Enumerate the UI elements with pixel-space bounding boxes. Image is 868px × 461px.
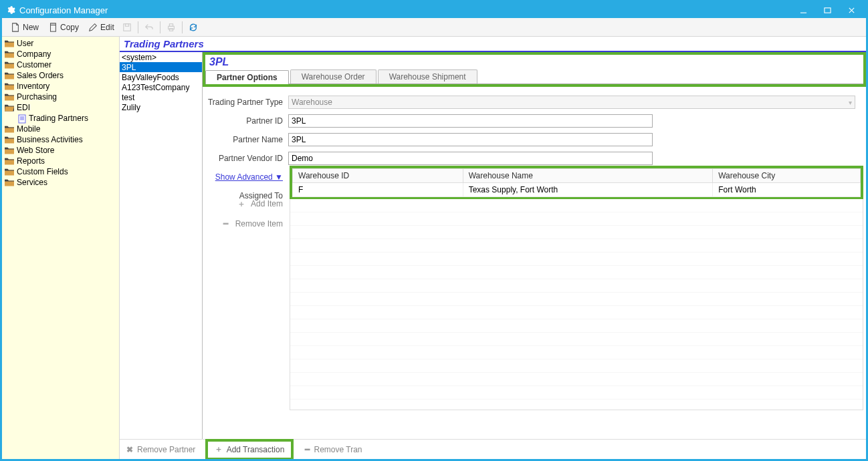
nav-business-activities[interactable]: Business Activities (2, 134, 119, 145)
undo-icon (144, 23, 154, 32)
folder-icon (5, 82, 14, 90)
nav-trading-partners[interactable]: Trading Partners (2, 113, 119, 124)
toolbar-separator (182, 21, 183, 33)
folder-icon (5, 71, 14, 80)
nav-sales-orders[interactable]: Sales Orders (2, 70, 119, 81)
nav-web-store[interactable]: Web Store (2, 145, 119, 156)
copy-icon (48, 23, 58, 32)
warehouse-grid: Warehouse ID Warehouse Name Warehouse Ci… (290, 166, 863, 199)
nav-mobile[interactable]: Mobile (2, 124, 119, 134)
cell-warehouse-city: Fort Worth (713, 183, 861, 197)
new-file-icon (11, 23, 20, 32)
minus-icon: ━ (305, 445, 310, 454)
nav-services[interactable]: Services (2, 177, 119, 188)
partner-item-system[interactable]: <system> (120, 52, 202, 62)
partner-item-zulily[interactable]: Zulily (120, 102, 202, 112)
app-window: Configuration Manager New Copy Edit (0, 0, 868, 461)
input-partner-name[interactable] (288, 133, 653, 146)
nav-label: Services (17, 178, 47, 187)
col-warehouse-id[interactable]: Warehouse ID (293, 169, 463, 183)
nav-label: EDI (17, 103, 30, 112)
new-button-label: New (23, 23, 39, 32)
minimize-button[interactable] (791, 3, 815, 17)
folder-icon (5, 178, 14, 186)
cell-warehouse-id: F (293, 183, 463, 197)
toolbar: New Copy Edit (2, 18, 866, 37)
nav-label: Company (17, 49, 51, 59)
nav-label: Trading Partners (29, 114, 88, 123)
undo-button[interactable] (141, 20, 157, 35)
nav-label: Custom Fields (17, 167, 68, 176)
svg-rect-10 (19, 115, 25, 123)
svg-rect-1 (824, 7, 830, 12)
main-panel: Trading Partners <system> 3PL BayValleyF… (120, 37, 866, 459)
edit-button[interactable]: Edit (84, 20, 119, 35)
folder-icon (5, 146, 14, 154)
tab-warehouse-order[interactable]: Warehouse Order (290, 69, 376, 84)
remove-partner-button[interactable]: ✖ Remove Partner (122, 441, 203, 458)
toolbar-separator (138, 21, 138, 33)
label-partner-vendor-id: Partner Vendor ID (203, 154, 288, 163)
add-transaction-button[interactable]: ＋ Add Transaction (205, 439, 294, 460)
new-button[interactable]: New (6, 20, 43, 35)
detail-panel: 3PL Partner Options Warehouse Order Ware… (203, 52, 866, 439)
nav-customer[interactable]: Customer (2, 59, 119, 70)
nav-label: Inventory (17, 82, 49, 91)
select-trading-partner-type[interactable]: Warehouse (288, 96, 855, 109)
col-warehouse-name[interactable]: Warehouse Name (463, 169, 713, 183)
tab-warehouse-shipment[interactable]: Warehouse Shipment (378, 69, 477, 84)
nav-custom-fields[interactable]: Custom Fields (2, 166, 119, 177)
add-transaction-label: Add Transaction (227, 445, 285, 454)
partner-item-test[interactable]: test (120, 92, 202, 102)
nav-edi[interactable]: EDI (2, 102, 119, 113)
nav-company[interactable]: Company (2, 49, 119, 59)
svg-rect-6 (125, 23, 128, 26)
table-row[interactable]: F Texas Supply, Fort Worth Fort Worth (293, 183, 861, 197)
toolbar-separator (160, 21, 160, 33)
folder-icon (5, 168, 14, 176)
nav-reports[interactable]: Reports (2, 156, 119, 166)
partner-item-a123testcompany[interactable]: A123TestCompany (120, 82, 202, 92)
input-partner-id[interactable] (288, 114, 653, 128)
nav-label: Web Store (17, 146, 54, 155)
bottom-actions: ✖ Remove Partner ＋ Add Transaction ━ Rem… (120, 439, 866, 459)
input-partner-vendor-id[interactable] (288, 152, 653, 165)
nav-inventory[interactable]: Inventory (2, 81, 119, 92)
refresh-button[interactable] (185, 20, 201, 35)
nav-purchasing[interactable]: Purchasing (2, 92, 119, 102)
folder-icon (5, 93, 14, 101)
tab-partner-options[interactable]: Partner Options (205, 70, 289, 84)
folder-open-icon (5, 104, 14, 112)
folder-icon (5, 157, 14, 165)
copy-button-label: Copy (60, 23, 79, 32)
print-button[interactable] (163, 20, 179, 35)
tab-row: Partner Options Warehouse Order Warehous… (205, 69, 863, 84)
partner-item-bayvalleyfoods[interactable]: BayValleyFoods (120, 72, 202, 82)
plus-icon: ＋ (215, 444, 223, 455)
page-title: Trading Partners (124, 38, 204, 49)
gear-icon (6, 5, 15, 15)
remove-transaction-button[interactable]: ━ Remove Tran (294, 441, 374, 458)
remove-partner-label: Remove Partner (137, 445, 195, 454)
partner-item-3pl[interactable]: 3PL (120, 62, 202, 72)
x-icon: ✖ (126, 445, 133, 454)
close-button[interactable] (839, 3, 863, 17)
folder-icon (5, 39, 14, 47)
page-title-bar: Trading Partners (120, 37, 866, 52)
detail-title: 3PL (209, 56, 229, 68)
refresh-icon (189, 23, 198, 32)
sidebar-nav: User Company Customer Sales Orders Inven… (2, 37, 120, 459)
svg-rect-4 (51, 25, 56, 31)
nav-label: Customer (17, 60, 51, 69)
titlebar: Configuration Manager (2, 2, 866, 18)
save-icon (122, 23, 132, 32)
remove-tran-label: Remove Tran (314, 445, 362, 454)
window-title: Configuration Manager (19, 5, 108, 15)
save-button[interactable] (119, 20, 135, 35)
grid-empty-area (290, 199, 863, 410)
col-warehouse-city[interactable]: Warehouse City (713, 169, 861, 183)
copy-button[interactable]: Copy (43, 20, 84, 35)
maximize-button[interactable] (815, 3, 839, 17)
nav-user[interactable]: User (2, 38, 119, 49)
print-icon (167, 23, 176, 32)
